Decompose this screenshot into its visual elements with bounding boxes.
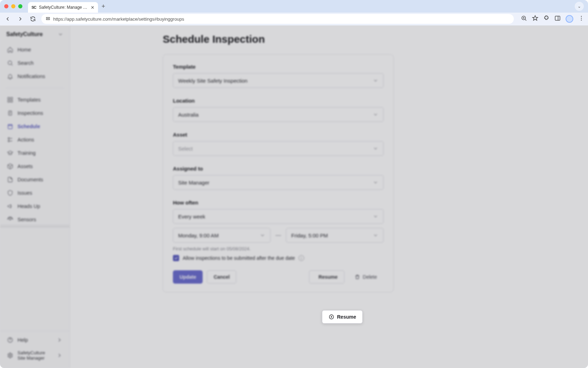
check-icon: [174, 256, 178, 260]
info-icon[interactable]: i: [299, 255, 304, 261]
checkbox-allow-late[interactable]: [173, 255, 179, 261]
close-tab-icon[interactable]: ✕: [91, 5, 94, 10]
reload-button[interactable]: [29, 15, 37, 23]
sidebar-item-label: Search: [18, 60, 34, 66]
sidebar-item-inspections[interactable]: Inspections: [3, 106, 67, 120]
sidebar-item-label: Actions: [18, 137, 34, 143]
asset-select[interactable]: Select: [173, 141, 384, 156]
sidebar-item-label: Heads Up: [18, 203, 40, 209]
field-label-assigned: Assigned to: [173, 166, 384, 172]
template-select[interactable]: Weekly Site Safety Inspection: [173, 73, 384, 88]
svg-point-5: [581, 18, 582, 19]
new-tab-button[interactable]: +: [102, 3, 105, 10]
url-input[interactable]: [53, 16, 510, 22]
allow-late-label: Allow inspections to be submitted after …: [183, 255, 295, 261]
sidebar-item-headsup[interactable]: Heads Up: [3, 200, 67, 213]
zoom-icon[interactable]: [521, 15, 527, 23]
url-bar[interactable]: [41, 14, 514, 24]
sidebar-item-search[interactable]: Search: [3, 56, 67, 70]
svg-point-7: [8, 61, 12, 65]
svg-point-15: [8, 140, 10, 142]
bookmark-icon[interactable]: [532, 15, 538, 23]
delete-button[interactable]: Delete: [348, 270, 384, 284]
trash-icon: [355, 274, 360, 280]
sidepanel-icon[interactable]: [554, 15, 561, 23]
extensions-icon[interactable]: [543, 15, 550, 23]
svg-rect-10: [8, 100, 9, 102]
resume-button-bg[interactable]: Resume: [309, 270, 344, 284]
close-window-icon[interactable]: [4, 4, 8, 8]
sidebar-item-home[interactable]: Home: [3, 43, 67, 56]
minimize-window-icon[interactable]: [11, 4, 15, 8]
resume-spotlight: Resume: [322, 310, 363, 324]
chevron-down-icon: [58, 32, 63, 37]
sidebar-item-sensors[interactable]: Sensors: [3, 213, 67, 226]
svg-point-6: [581, 20, 582, 20]
toolbar-right: [521, 15, 584, 23]
sidebar-item-notifications[interactable]: Notifications: [3, 70, 67, 83]
svg-point-18: [9, 355, 11, 356]
sidebar-item-actions[interactable]: Actions: [3, 133, 67, 146]
sidebar-item-schedule[interactable]: Schedule: [3, 120, 67, 133]
location-select[interactable]: Australia: [173, 107, 384, 122]
svg-rect-11: [11, 100, 13, 102]
end-time-select[interactable]: Friday, 5:00 PM: [286, 228, 384, 243]
favicon-icon: SC: [31, 5, 36, 9]
sidebar-item-help[interactable]: Help: [3, 333, 67, 347]
svg-rect-3: [555, 16, 560, 20]
update-button[interactable]: Update: [173, 270, 203, 284]
play-icon: [329, 314, 334, 320]
sidebar-item-issues[interactable]: Issues: [3, 186, 67, 200]
sidebar-item-training[interactable]: Training: [3, 146, 67, 160]
field-howoften: How often Every week Monday, 9:00 AM: [173, 200, 384, 261]
bell-icon: [7, 73, 13, 79]
sidebar-item-label: Issues: [18, 190, 32, 196]
field-location: Location Australia: [173, 98, 384, 122]
field-assignedto: Assigned to Site Manager: [173, 166, 384, 190]
browser-tab[interactable]: SC SafetyCulture: Manage Teams and... ✕: [28, 2, 98, 13]
profile-avatar-icon[interactable]: [566, 15, 573, 23]
form-actions: Update Cancel Resume: [173, 270, 384, 284]
resume-button[interactable]: Resume: [322, 310, 363, 324]
cancel-button[interactable]: Cancel: [207, 270, 236, 284]
tabs-dropdown-icon[interactable]: ⌄: [575, 2, 584, 11]
sidebar-item-templates[interactable]: Templates: [3, 93, 67, 106]
time-separator: —: [275, 232, 281, 238]
sidebar-item-label: Inspections: [18, 110, 43, 116]
frequency-select[interactable]: Every week: [173, 209, 384, 224]
sidebar-divider: [6, 88, 64, 88]
delete-label: Delete: [363, 274, 377, 280]
resume-label: Resume: [337, 314, 356, 320]
chevron-down-icon: [373, 214, 378, 219]
assigned-select[interactable]: Site Manager: [173, 175, 384, 190]
allow-late-row[interactable]: Allow inspections to be submitted after …: [173, 255, 384, 261]
titlebar: SC SafetyCulture: Manage Teams and... ✕ …: [0, 0, 588, 13]
sidebar-item-assets[interactable]: Assets: [3, 160, 67, 173]
site-settings-icon[interactable]: [46, 16, 50, 22]
sidebar-item-label: Documents: [18, 177, 43, 182]
svg-rect-1: [46, 19, 49, 20]
page-title: Schedule Inspection: [163, 33, 394, 45]
forward-button[interactable]: [16, 15, 24, 23]
maximize-window-icon[interactable]: [18, 4, 22, 8]
browser-window: SC SafetyCulture: Manage Teams and... ✕ …: [0, 0, 588, 368]
sidebar-primary: Home Search Notifications: [0, 42, 70, 84]
sidebar-item-profile[interactable]: SafetyCulture Site Manager: [3, 347, 67, 364]
sidebar-item-label: Templates: [18, 97, 41, 103]
field-label-howoften: How often: [173, 200, 384, 206]
back-button[interactable]: [4, 15, 12, 23]
profile-org: SafetyCulture: [18, 350, 45, 356]
tab-title: SafetyCulture: Manage Teams and...: [39, 5, 88, 10]
start-time-select[interactable]: Monday, 9:00 AM: [173, 228, 271, 243]
cancel-label: Cancel: [214, 274, 230, 280]
sidebar-item-label: Schedule: [18, 124, 40, 129]
chevron-right-icon: [56, 337, 63, 343]
sidebar-item-label: Help: [18, 337, 28, 343]
sidebar-item-label: Assets: [18, 164, 33, 169]
update-label: Update: [180, 274, 196, 280]
kebab-menu-icon[interactable]: [578, 15, 584, 23]
checklist-icon: [7, 137, 13, 143]
sidebar-item-documents[interactable]: Documents: [3, 173, 67, 186]
sensor-icon: [7, 216, 13, 223]
org-switcher[interactable]: SafetyCulture: [0, 26, 70, 42]
